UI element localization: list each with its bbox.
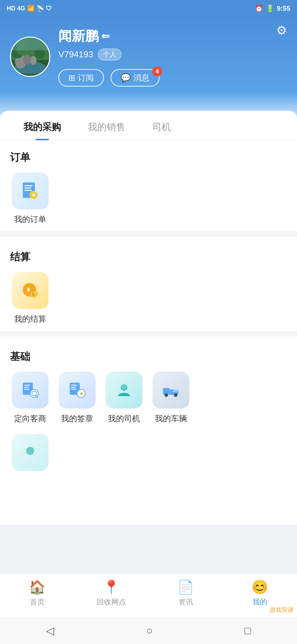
svg-rect-36 (163, 388, 170, 391)
message-label: 消息 (133, 72, 150, 83)
my-settlement-label: 我的结算 (14, 314, 46, 324)
home-nav-icon: 🏠 (29, 579, 46, 595)
news-nav-icon: 📄 (177, 579, 194, 595)
avatar[interactable] (10, 37, 50, 77)
order-section-title: 订单 (10, 151, 287, 164)
nav-recycle[interactable]: 📍 回收网点 (95, 579, 128, 607)
profile-actions: ⊞ 订阅 💬 消息 4 (58, 69, 160, 87)
svg-point-40 (166, 394, 167, 396)
tab-sales[interactable]: 我的销售 (74, 111, 139, 140)
my-order-icon: ★ (12, 172, 49, 209)
divider-2 (0, 331, 297, 336)
svg-rect-28 (71, 385, 77, 386)
news-nav-label: 资讯 (178, 597, 193, 607)
user-id-row: V794193 个人 (58, 49, 160, 60)
username-arrow: ⇐ (101, 30, 110, 42)
watermark: 游戏营谈 (270, 606, 294, 614)
directed-vendor-icon (12, 372, 49, 409)
svg-text:★: ★ (79, 391, 84, 396)
my-order-item[interactable]: ★ 我的订单 (10, 172, 50, 225)
my-signature-icon: ★ (59, 372, 96, 409)
recycle-nav-icon: 📍 (103, 579, 120, 595)
my-settlement-icon: ¥ (12, 272, 49, 309)
alarm-icon: ⏰ (255, 4, 263, 12)
my-driver-label: 我的司机 (108, 413, 140, 424)
home-button[interactable]: ○ (146, 625, 153, 637)
divider-1 (0, 231, 297, 237)
my-order-label: 我的订单 (14, 214, 46, 225)
tab-purchase[interactable]: 我的采购 (10, 111, 74, 140)
subscribe-icon: ⊞ (68, 73, 75, 83)
order-section: 订单 ★ 我的订单 (0, 141, 297, 228)
nav-home[interactable]: 🏠 首页 (20, 579, 54, 607)
battery-icon: 🔋 (266, 4, 274, 12)
svg-text:★: ★ (32, 192, 36, 198)
svg-point-5 (30, 56, 37, 65)
my-settlement-item[interactable]: ¥ 我的结算 (10, 272, 50, 324)
svg-rect-23 (24, 389, 29, 390)
hd-label: HD 4G (7, 5, 25, 12)
partial-section (0, 427, 297, 471)
wifi-icon: 📡 (37, 5, 44, 12)
my-signature-label: 我的签章 (61, 413, 93, 424)
my-signature-item[interactable]: ★ 我的签章 (57, 372, 97, 424)
svg-point-24 (30, 389, 38, 397)
basic-icon-grid: 定向客商 ★ 我的签章 (10, 372, 287, 424)
svg-point-42 (175, 394, 177, 396)
user-tag: 个人 (98, 49, 121, 60)
nav-mine[interactable]: 😊 我的 (243, 579, 277, 607)
basic-section-title: 基础 (10, 350, 287, 364)
subscribe-label: 订阅 (78, 72, 94, 83)
svg-rect-38 (173, 389, 178, 392)
recent-button[interactable]: □ (245, 625, 251, 637)
time-display: 9:55 (277, 5, 290, 12)
directed-vendor-label: 定向客商 (14, 413, 46, 424)
system-nav: ◁ ○ □ (0, 617, 297, 644)
svg-rect-11 (24, 185, 33, 186)
profile-info: 闻新鹏 ⇐ V794193 个人 ⊞ 订阅 💬 消息 4 (10, 27, 287, 87)
message-badge: 4 (152, 66, 162, 76)
svg-point-4 (23, 55, 31, 65)
subscribe-button[interactable]: ⊞ 订阅 (58, 69, 104, 87)
message-icon: 💬 (121, 73, 131, 83)
settlement-section-title: 结算 (10, 250, 287, 264)
home-nav-label: 首页 (30, 597, 45, 607)
nav-news[interactable]: 📄 资讯 (169, 579, 202, 607)
recycle-nav-label: 回收网点 (97, 597, 126, 607)
status-bar: HD 4G 📶 📡 🛡 ⏰ 🔋 9:55 (0, 0, 297, 17)
security-icon: 🛡 (46, 5, 52, 12)
svg-rect-9 (11, 38, 49, 50)
username-text: 闻新鹏 (58, 27, 99, 45)
my-driver-item[interactable]: 我的司机 (104, 372, 144, 424)
mine-nav-label: 我的 (252, 597, 267, 607)
directed-vendor-item[interactable]: 定向客商 (10, 372, 50, 424)
svg-rect-29 (71, 387, 76, 388)
signal-icon: 📶 (27, 5, 35, 12)
my-vehicle-icon (153, 372, 189, 409)
my-vehicle-item[interactable]: 我的车辆 (151, 372, 191, 424)
svg-rect-22 (24, 387, 29, 388)
svg-rect-21 (24, 385, 30, 386)
status-left: HD 4G 📶 📡 🛡 (7, 5, 52, 12)
back-button[interactable]: ◁ (46, 624, 54, 637)
tabs: 我的采购 我的销售 司机 (0, 111, 297, 141)
mine-nav-icon: 😊 (251, 579, 268, 595)
svg-rect-13 (24, 190, 32, 191)
settlement-section: 结算 ¥ 我的结算 (0, 240, 297, 328)
my-driver-icon (106, 372, 142, 409)
svg-rect-12 (24, 187, 31, 189)
svg-rect-30 (71, 389, 76, 390)
username: 闻新鹏 ⇐ (58, 27, 160, 45)
user-details: 闻新鹏 ⇐ V794193 个人 ⊞ 订阅 💬 消息 4 (58, 27, 160, 87)
partial-icon-item[interactable] (10, 434, 50, 471)
tab-driver[interactable]: 司机 (139, 111, 184, 140)
message-button[interactable]: 💬 消息 4 (111, 69, 160, 87)
basic-section: 基础 定向客商 (0, 340, 297, 427)
profile-header: ⚙ (0, 17, 297, 124)
settings-icon[interactable]: ⚙ (276, 23, 287, 38)
partial-icon (12, 434, 49, 471)
svg-point-43 (26, 447, 34, 455)
status-right: ⏰ 🔋 9:55 (255, 4, 290, 12)
settlement-icon-grid: ¥ 我的结算 (10, 272, 287, 324)
my-vehicle-label: 我的车辆 (155, 413, 187, 424)
